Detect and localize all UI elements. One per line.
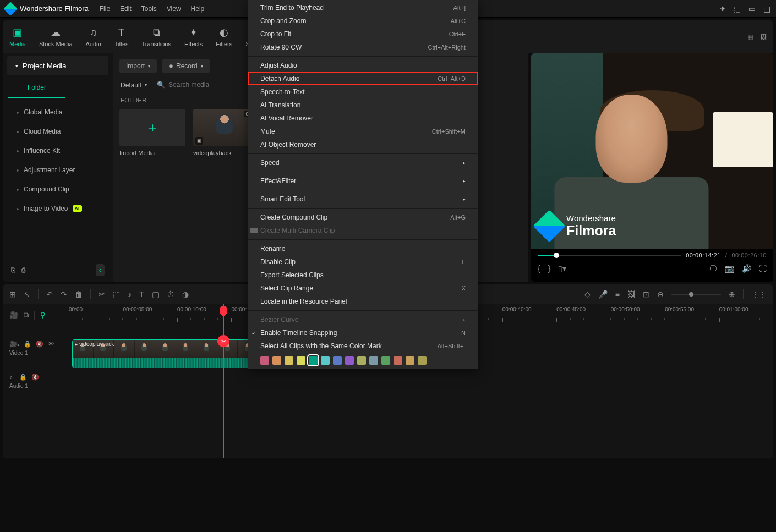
color-swatch[interactable] <box>394 356 402 365</box>
music-icon[interactable]: ♪ <box>128 290 132 299</box>
tab-effects[interactable]: ✦Effects <box>178 20 209 53</box>
undo-icon[interactable]: ↶ <box>46 290 53 299</box>
send-icon[interactable]: ✈ <box>719 4 726 13</box>
eye-icon[interactable]: 👁 <box>48 341 54 348</box>
brace-close[interactable]: } <box>548 264 551 273</box>
sidebar-item-image-to-video[interactable]: ▸Image to VideoAI <box>7 199 108 218</box>
brace-open[interactable]: { <box>538 264 540 273</box>
redo-icon[interactable]: ↷ <box>61 290 67 299</box>
sidebar-project-media[interactable]: ▾Project Media <box>7 56 108 75</box>
collapse-sidebar-button[interactable]: ‹ <box>96 264 105 276</box>
ctx-item-select-all-clips-with-the-same-color-mark[interactable]: Select All Clips with the Same Color Mar… <box>248 339 478 353</box>
color-swatch[interactable] <box>272 356 281 365</box>
color-swatch[interactable] <box>309 356 318 365</box>
color-swatch[interactable] <box>406 356 414 365</box>
ctx-item-speech-to-text[interactable]: Speech-to-Text <box>248 85 478 98</box>
tab-media[interactable]: ▣Media <box>3 20 32 53</box>
volume-icon[interactable]: 🔊 <box>742 264 751 273</box>
ctx-item-export-selected-clips[interactable]: Export Selected Clips <box>248 268 478 282</box>
playhead[interactable]: ✂ <box>223 304 224 458</box>
new-folder-icon[interactable]: ⎘ <box>11 266 15 274</box>
ctx-item-adjust-audio[interactable]: Adjust Audio <box>248 59 478 72</box>
crop-icon[interactable]: ⬚ <box>113 290 120 299</box>
menu-edit[interactable]: Edit <box>120 5 132 13</box>
ctx-item-smart-edit-tool[interactable]: Smart Edit Tool▸ <box>248 193 478 206</box>
menu-help[interactable]: Help <box>191 5 205 13</box>
sidebar-item-cloud-media[interactable]: ▸Cloud Media <box>7 122 108 141</box>
ctx-item-mute[interactable]: MuteCtrl+Shift+M <box>248 125 478 138</box>
color-swatch[interactable] <box>381 356 390 365</box>
preview-video[interactable]: WondershareFilmora <box>531 53 773 249</box>
zoom-out-icon[interactable]: ⊖ <box>657 290 664 299</box>
image-view-icon[interactable]: 🖼 <box>760 33 767 41</box>
ctx-item-trim-end-to-playhead[interactable]: Trim End to PlayheadAlt+] <box>248 1 478 14</box>
grid-icon[interactable]: ⊞ <box>9 290 16 299</box>
ctx-item-detach-audio[interactable]: Detach AudioCtrl+Alt+D <box>248 72 478 85</box>
frame-icon[interactable]: ▢ <box>152 290 159 299</box>
tab-titles[interactable]: TTitles <box>108 20 135 53</box>
menu-tools[interactable]: Tools <box>141 5 157 13</box>
zoom-slider[interactable] <box>671 294 721 295</box>
import-button[interactable]: Import▾ <box>119 59 157 73</box>
ctx-item-crop-to-fit[interactable]: Crop to FitCtrl+F <box>248 28 478 41</box>
ctx-item-ai-object-remover[interactable]: AI Object Remover <box>248 138 478 151</box>
lock-icon[interactable]: 🔒 <box>19 374 27 381</box>
ctx-item-ai-translation[interactable]: AI Translation <box>248 98 478 112</box>
snapshot-icon[interactable]: 📷 <box>725 264 734 273</box>
playhead-handle[interactable] <box>220 306 227 314</box>
cloud-icon[interactable]: ⬚ <box>734 4 741 13</box>
color-swatch[interactable] <box>297 356 305 365</box>
ctx-item-rotate-90-cw[interactable]: Rotate 90 CWCtrl+Alt+Right <box>248 41 478 54</box>
preview-seek-slider[interactable] <box>538 255 681 256</box>
tab-stock-media[interactable]: ☁Stock Media <box>32 20 79 53</box>
ratio-icon[interactable]: ▯▾ <box>558 264 566 273</box>
color-swatch[interactable] <box>260 356 269 365</box>
color-swatch[interactable] <box>418 356 427 365</box>
display-icon[interactable]: ▭ <box>748 4 756 13</box>
tl-camera-icon[interactable]: 🎥 <box>9 311 18 319</box>
color-swatch[interactable] <box>345 356 354 365</box>
panel-icon[interactable]: ◫ <box>763 4 770 13</box>
mixer-icon[interactable]: ≡ <box>615 290 620 299</box>
grid-view-icon[interactable]: ▦ <box>747 33 753 41</box>
zoom-in-icon[interactable]: ⊕ <box>729 290 735 299</box>
mute-icon[interactable]: 🔇 <box>31 374 39 381</box>
lock-icon[interactable]: 🔒 <box>24 341 31 348</box>
cursor-icon[interactable]: ↖ <box>24 290 30 299</box>
menu-file[interactable]: File <box>100 5 110 13</box>
color-icon[interactable]: ◑ <box>182 290 189 299</box>
sort-default-button[interactable]: Default▾ <box>119 79 148 91</box>
sidebar-item-influence-kit[interactable]: ▸Influence Kit <box>7 141 108 160</box>
speed-icon[interactable]: ⏱ <box>167 290 174 299</box>
record-button[interactable]: Record▾ <box>162 59 210 73</box>
sidebar-item-adjustment-layer[interactable]: ▸Adjustment Layer <box>7 161 108 179</box>
new-bin-icon[interactable]: ⎙ <box>21 266 25 274</box>
color-swatch[interactable] <box>369 356 378 365</box>
ctx-item-ai-vocal-remover[interactable]: AI Vocal Remover <box>248 112 478 125</box>
ctx-item-create-compound-clip[interactable]: Create Compound ClipAlt+G <box>248 211 478 224</box>
ctx-item-speed[interactable]: Speed▸ <box>248 156 478 169</box>
cut-icon[interactable]: ✂ <box>99 290 105 299</box>
marker-icon[interactable]: ◇ <box>584 290 591 299</box>
ctx-item-disable-clip[interactable]: Disable ClipE <box>248 255 478 268</box>
track-options-icon[interactable]: ⋮⋮ <box>751 290 767 299</box>
ctx-item-rename[interactable]: Rename <box>248 242 478 255</box>
delete-icon[interactable]: 🗑 <box>75 290 83 299</box>
picture-icon[interactable]: 🖼 <box>627 290 635 299</box>
color-swatch[interactable] <box>321 356 330 365</box>
color-swatch[interactable] <box>357 356 366 365</box>
playhead-split-button[interactable]: ✂ <box>217 335 229 347</box>
sidebar-item-global-media[interactable]: ▸Global Media <box>7 103 108 122</box>
ctx-item-select-clip-range[interactable]: Select Clip RangeX <box>248 282 478 295</box>
monitor-icon[interactable]: 🖵 <box>709 264 717 273</box>
tab-audio[interactable]: ♫Audio <box>79 20 108 53</box>
tab-filters[interactable]: ◐Filters <box>209 20 239 53</box>
sidebar-item-compound-clip[interactable]: ▸Compound Clip <box>7 180 108 199</box>
text-icon[interactable]: T <box>139 290 144 299</box>
color-swatch[interactable] <box>333 356 342 365</box>
ctx-item-enable-timeline-snapping[interactable]: ✓Enable Timeline SnappingN <box>248 326 478 339</box>
ctx-item-crop-and-zoom[interactable]: Crop and ZoomAlt+C <box>248 14 478 28</box>
sidebar-folder-tab[interactable]: Folder <box>8 78 65 98</box>
tl-auto-ripple-icon[interactable]: ⚲ <box>40 311 46 319</box>
ctx-item-effect-filter[interactable]: Effect&Filter▸ <box>248 174 478 188</box>
